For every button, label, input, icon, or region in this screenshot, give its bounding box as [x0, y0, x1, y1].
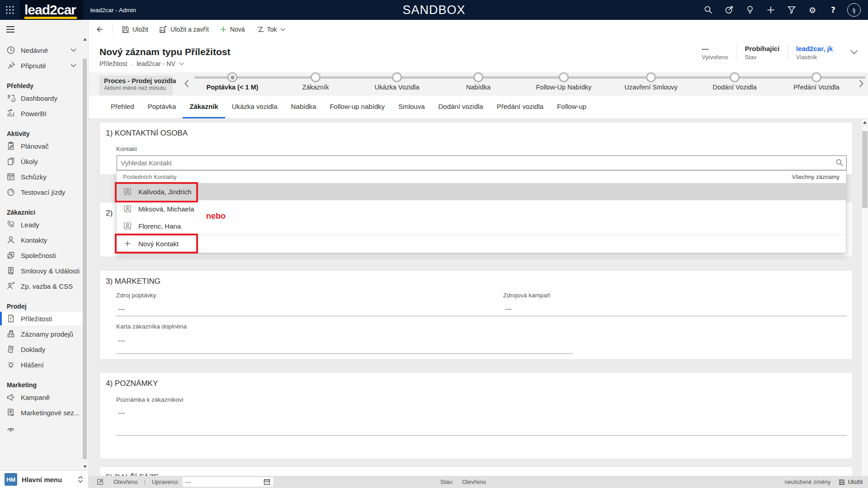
tab-follow-up[interactable]: Follow-up	[550, 96, 593, 118]
filter-icon[interactable]	[781, 0, 802, 20]
quick-create-plus-icon[interactable]	[760, 0, 781, 20]
sidebar-item-planovac[interactable]: Plánovač	[0, 139, 83, 153]
sidebar-scrollbar[interactable]	[83, 38, 87, 468]
help-icon[interactable]: ?	[823, 0, 844, 20]
sidebar-item-label: Testovací jízdy	[21, 188, 65, 196]
zdrojova-kampan-value[interactable]: ---	[505, 305, 512, 313]
save-and-close-button[interactable]: Uložit a zavřít	[154, 20, 214, 39]
lookup-search-icon[interactable]	[835, 159, 844, 167]
all-records-link[interactable]: Všechny záznamy	[792, 174, 840, 180]
chevron-down-icon[interactable]	[71, 48, 76, 52]
sidebar-item-smlouvy-udalosti[interactable]: Smlouvy & Události	[0, 264, 83, 277]
sidebar-item-label: Záznamy prodejů	[21, 330, 73, 338]
flow-button[interactable]: Tok	[250, 20, 291, 39]
header-expand-chevron-icon[interactable]	[850, 50, 858, 55]
sidebar-item-kontakty[interactable]: Kontakty	[0, 233, 83, 247]
tab-nabidka[interactable]: Nabídka	[284, 96, 323, 118]
sidebar-item-doklady[interactable]: Doklady	[0, 343, 83, 356]
tab-zakaznik[interactable]: Zákazník	[183, 96, 225, 118]
sidebar-item-zpetna-vazba[interactable]: Zp. vazba & CSS	[0, 279, 83, 293]
poznamka-value[interactable]: ---	[118, 409, 125, 417]
form-selector[interactable]: lead2car - NV	[137, 60, 175, 67]
save-button[interactable]: Uložit	[116, 20, 154, 39]
sidebar-item-zaznamy-prodeju[interactable]: Záznamy prodejů	[0, 327, 83, 341]
contact-card-icon	[123, 221, 132, 230]
sidebar-item-dashboardy[interactable]: Dashboardy	[0, 91, 83, 105]
sidebar-item-schuzky[interactable]: Schůzky	[0, 170, 83, 183]
tab-smlouva[interactable]: Smlouva	[392, 96, 431, 118]
tab-prehled[interactable]: Přehled	[104, 96, 141, 118]
process-info-box[interactable]: Proces - Prodej vozidla Aktivní méně než…	[99, 75, 173, 95]
annotation-or-label: nebo	[206, 211, 226, 221]
app-launcher-waffle-icon[interactable]	[0, 0, 20, 20]
section-heading: 3) MARKETING	[106, 277, 852, 286]
environment-banner: SANDBOX	[402, 3, 465, 17]
sidebar-item-marketingove-seznamy[interactable]: Marketingové sez...	[0, 406, 83, 419]
calendar-icon[interactable]	[264, 479, 270, 485]
avatar-initials: lj	[847, 3, 861, 17]
owner-link[interactable]: lead2car, jk	[796, 45, 833, 52]
tab-poptavka[interactable]: Poptávka	[141, 96, 183, 118]
scroll-up-arrow[interactable]	[862, 119, 868, 126]
tab-follow-up-nabidky[interactable]: Follow-up nabídky	[323, 96, 392, 118]
sidebar-item-pinned[interactable]: Připnuté	[0, 59, 83, 72]
sidebar-item-spolecnosti[interactable]: Společnosti	[0, 249, 83, 262]
sidebar-scroll-down-arrow[interactable]	[83, 465, 87, 468]
process-stage-nabidka[interactable]: Nabídka	[429, 72, 528, 91]
record-subtitle: Příležitost · lead2car - NV	[99, 60, 184, 67]
lookup-result-florenc[interactable]: Florenc, Hana	[117, 217, 846, 235]
sidebar-item-clipped[interactable]	[0, 422, 83, 436]
sidebar-scrollbar-thumb[interactable]	[83, 59, 87, 459]
app-logo[interactable]: lead2car	[20, 0, 83, 20]
chevron-down-icon[interactable]	[71, 64, 76, 67]
pages-icon	[6, 157, 15, 166]
footer-save-button[interactable]: Uložit	[839, 479, 863, 485]
contact-lookup-field	[117, 155, 847, 170]
poznamka-label: Poznámka k zákazníkovi	[116, 396, 184, 403]
back-arrow-icon[interactable]	[90, 20, 108, 39]
sidebar-item-prilezitosti[interactable]: Příležitosti	[0, 312, 83, 325]
user-avatar[interactable]: lj	[844, 0, 864, 20]
receipt-icon	[6, 345, 15, 354]
hamburger-menu-icon[interactable]	[6, 26, 15, 33]
sidebar-item-leady[interactable]: Leady	[0, 218, 83, 231]
sidebar-item-powerbi[interactable]: PowerBI	[0, 107, 83, 120]
sidebar-scroll-up-arrow[interactable]	[83, 38, 87, 41]
tab-predani-vozidla[interactable]: Předání vozidla	[490, 96, 550, 118]
sidebar-group-prehledy: Přehledy	[0, 82, 88, 89]
new-record-button[interactable]: Nová	[214, 20, 250, 39]
gear-icon[interactable]: ⚙	[802, 0, 823, 20]
area-switcher-main-menu[interactable]: HM Hlavní menu	[0, 470, 89, 488]
footer-modified-field[interactable]: ---	[183, 477, 273, 487]
sidebar-item-hlaseni[interactable]: Hlášení	[0, 358, 83, 371]
process-stage-predani[interactable]: Předání Vozidla	[767, 72, 866, 91]
popout-expand-icon[interactable]	[97, 479, 104, 485]
sidebar-group-aktivity: Aktivity	[0, 130, 88, 137]
sidebar-item-kampane[interactable]: Kampaně	[0, 390, 83, 404]
chevron-down-icon[interactable]	[179, 62, 184, 66]
tab-ukazka-vozidla[interactable]: Ukázka vozidla	[225, 96, 284, 118]
sidebar-item-recent[interactable]: Nedávné	[0, 43, 83, 57]
tab-dodani-vozidla[interactable]: Dodání vozidla	[431, 96, 490, 118]
contact-lookup-input[interactable]	[117, 155, 847, 170]
save-icon	[839, 479, 845, 485]
new-contact-button[interactable]: Nový Kontakt	[117, 235, 846, 252]
sidebar-item-ukoly[interactable]: Úkoly	[0, 155, 83, 168]
main-scrollbar[interactable]	[862, 119, 868, 476]
stage-circle	[392, 72, 402, 82]
lightbulb-icon[interactable]	[740, 0, 760, 20]
chevron-down-icon[interactable]	[280, 28, 285, 31]
process-scroll-right-icon[interactable]	[859, 80, 863, 88]
org-name[interactable]: lead2car - Admin	[90, 7, 136, 14]
search-icon[interactable]	[698, 0, 719, 20]
zdroj-poptavky-value[interactable]: ---	[118, 305, 125, 313]
process-stage-follow-up[interactable]: Follow-Up Nabídky	[514, 72, 613, 91]
lookup-result-miksova[interactable]: Miksová, Michaela	[117, 200, 846, 217]
main-scrollbar-thumb[interactable]	[862, 131, 868, 208]
karta-zakaznika-value[interactable]: ---	[118, 337, 125, 344]
task-compass-icon[interactable]	[719, 0, 740, 20]
lookup-result-kalivoda[interactable]: Kalivoda, Jindrich	[117, 183, 846, 200]
sidebar-item-testovaci-jizdy[interactable]: Testovací jízdy	[0, 185, 83, 199]
flyout-header: Posledních Kontakty Všechny záznamy	[117, 171, 846, 183]
sidebar-group-prodej: Prodej	[0, 303, 88, 310]
